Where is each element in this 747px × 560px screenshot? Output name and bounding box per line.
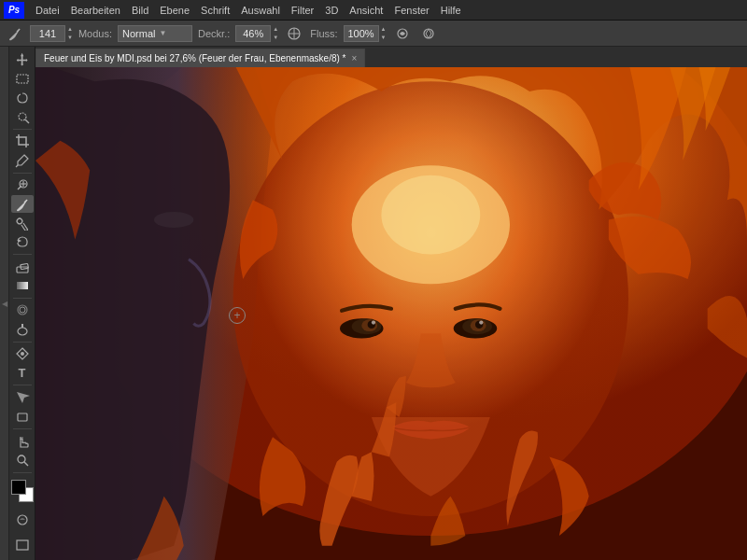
svg-marker-15 (18, 239, 21, 243)
tool-quick-select[interactable] (11, 107, 34, 125)
svg-line-14 (24, 200, 27, 203)
svg-point-21 (18, 328, 27, 335)
tool-brush[interactable] (11, 195, 34, 213)
tool-gradient[interactable] (11, 276, 34, 294)
svg-rect-24 (18, 413, 27, 421)
opacity-input[interactable] (235, 25, 271, 42)
options-bar: ▲ ▼ Modus: Normal ▼ Deckr.: ▲ ▼ Fluss: ▲… (0, 21, 747, 47)
tool-clone-stamp[interactable] (11, 214, 34, 231)
airbrush-icon[interactable] (284, 23, 304, 44)
menu-fenster[interactable]: Fenster (388, 3, 434, 18)
tool-screen-mode[interactable] (11, 534, 34, 556)
menu-schrift[interactable]: Schrift (195, 3, 235, 18)
svg-line-9 (25, 119, 29, 123)
menu-datei[interactable]: Datei (30, 3, 65, 18)
tool-path-select[interactable] (11, 388, 34, 406)
svg-point-27 (18, 455, 25, 463)
menu-bearbeiten[interactable]: Bearbeiten (65, 3, 126, 18)
svg-line-28 (24, 462, 28, 466)
tool-eyedropper[interactable] (11, 151, 34, 169)
tool-separator-8 (13, 472, 32, 473)
tool-separator-4 (13, 298, 32, 299)
flow-label: Fluss: (310, 28, 337, 39)
svg-marker-6 (16, 53, 27, 66)
mode-dropdown[interactable]: Normal ▼ (118, 25, 192, 42)
menu-hilfe[interactable]: Hilfe (435, 3, 467, 18)
svg-rect-7 (17, 75, 28, 83)
tool-pen[interactable] (11, 344, 34, 362)
panel-collapse-handle[interactable]: ◀ (0, 47, 9, 560)
flow-input[interactable] (344, 25, 379, 42)
tool-move[interactable] (11, 50, 34, 68)
flow-up[interactable]: ▲ (381, 25, 387, 34)
svg-rect-18 (17, 282, 28, 289)
opacity-up[interactable]: ▲ (273, 25, 278, 34)
tab-bar: Feuer und Eis by MDI.psd bei 27,6% (Feue… (35, 47, 747, 67)
mode-value: Normal (122, 28, 155, 39)
opacity-box: ▲ ▼ (235, 25, 278, 42)
tool-crop[interactable] (11, 133, 34, 150)
main-area: ◀ (0, 47, 747, 560)
brush-tool-icon (6, 24, 24, 43)
tool-separator-5 (13, 342, 32, 343)
brush-size-box: ▲ ▼ (30, 25, 73, 42)
tool-separator-7 (13, 428, 32, 429)
collapse-arrow: ◀ (2, 300, 7, 308)
menu-bild[interactable]: Bild (126, 3, 154, 18)
tool-dodge[interactable] (11, 320, 34, 338)
menu-ebene[interactable]: Ebene (154, 3, 195, 18)
menu-filter[interactable]: Filter (286, 3, 319, 18)
svg-point-8 (19, 113, 26, 120)
tool-healing[interactable] (11, 175, 34, 193)
svg-rect-47 (35, 67, 747, 560)
tool-zoom[interactable] (11, 451, 34, 469)
canvas-tab[interactable]: Feuer und Eis by MDI.psd bei 27,6% (Feue… (35, 49, 365, 67)
tool-hand[interactable] (11, 432, 34, 450)
flow-down[interactable]: ▼ (381, 34, 387, 42)
brush-size-input[interactable] (30, 25, 65, 42)
menu-bar: Ps Datei Bearbeiten Bild Ebene Schrift A… (0, 0, 747, 21)
tool-lasso[interactable] (11, 89, 34, 106)
mode-dropdown-arrow: ▼ (159, 29, 166, 37)
svg-point-20 (20, 307, 25, 313)
tool-separator-3 (13, 254, 32, 255)
menu-3d[interactable]: 3D (319, 3, 344, 18)
tool-separator-2 (13, 173, 32, 174)
canvas-image (35, 67, 747, 560)
pressure-icon[interactable] (392, 23, 413, 44)
opacity-label: Deckr.: (198, 28, 230, 39)
opacity-down[interactable]: ▼ (273, 34, 278, 42)
canvas-wrapper[interactable] (35, 67, 747, 560)
canvas-area: Feuer und Eis by MDI.psd bei 27,6% (Feue… (35, 47, 747, 560)
tool-eraser[interactable] (11, 258, 34, 275)
type-icon: T (19, 366, 26, 380)
svg-line-0 (17, 29, 20, 32)
tool-shape[interactable] (11, 408, 34, 426)
mode-label: Modus: (78, 28, 112, 39)
tool-rect-marquee[interactable] (11, 69, 34, 87)
menu-ansicht[interactable]: Ansicht (344, 3, 388, 18)
tool-blur[interactable] (11, 301, 34, 319)
color-swatches (11, 480, 34, 502)
brush-size-up[interactable]: ▲ (67, 25, 73, 34)
foreground-color-swatch[interactable] (11, 480, 26, 495)
flow-box: ▲ ▼ (344, 25, 387, 42)
svg-point-23 (21, 352, 24, 356)
menu-auswahl[interactable]: Auswahl (235, 3, 286, 18)
tool-separator-6 (13, 385, 32, 385)
tool-type[interactable]: T (11, 364, 34, 382)
brush-size-down[interactable]: ▼ (67, 34, 73, 42)
tool-history-brush[interactable] (11, 233, 34, 251)
symmetry-icon[interactable] (418, 23, 439, 44)
svg-rect-30 (17, 540, 28, 550)
canvas-tab-title: Feuer und Eis by MDI.psd bei 27,6% (Feue… (44, 53, 346, 63)
tool-separator-1 (13, 129, 32, 130)
toolbar: T (9, 47, 35, 560)
app-logo: Ps (4, 2, 24, 19)
svg-line-10 (16, 165, 18, 167)
tab-close-button[interactable]: × (352, 53, 358, 63)
tool-quick-mask[interactable] (11, 509, 34, 531)
